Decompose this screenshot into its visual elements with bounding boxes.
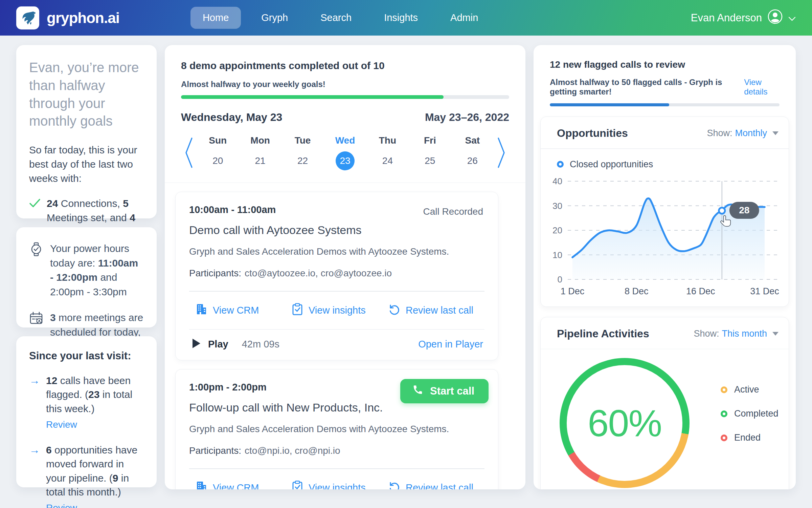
selected-day-label: Wednesday, May 23 bbox=[181, 111, 282, 124]
user-avatar-icon bbox=[767, 9, 783, 27]
arrow-right-icon: → bbox=[29, 442, 40, 508]
svg-text:31 Dec: 31 Dec bbox=[750, 286, 779, 296]
legend-label: Closed opportunities bbox=[570, 159, 653, 170]
show-value: This month bbox=[722, 329, 767, 339]
phone-icon bbox=[412, 384, 423, 398]
day-cell-sun[interactable]: Sun20 bbox=[197, 135, 239, 170]
pipeline-donut-chart[interactable]: 60% bbox=[560, 358, 690, 488]
show-label: Show: bbox=[694, 329, 719, 339]
day-cells: Sun20 Mon21 Tue22 Wed23 Thu24 Fri25 Sat2… bbox=[197, 135, 494, 170]
power-hours-text: Your power hours today are: 11:00am - 12… bbox=[50, 241, 144, 299]
power-hours-item: Your power hours today are: 11:00am - 12… bbox=[29, 241, 144, 299]
user-menu[interactable]: Evan Anderson bbox=[691, 9, 796, 27]
legend-item-active: Active bbox=[721, 384, 779, 395]
day-cell-wed-selected[interactable]: Wed23 bbox=[324, 135, 366, 170]
view-insights-label: View insights bbox=[309, 482, 366, 490]
power-hours-card: Your power hours today are: 11:00am - 12… bbox=[16, 227, 157, 327]
view-crm-button[interactable]: View CRM bbox=[195, 481, 292, 490]
legend-label: Ended bbox=[734, 432, 761, 443]
dashboard-page: Evan, you’re more than halfway through y… bbox=[0, 36, 812, 489]
monthly-goals-card: Evan, you’re more than halfway through y… bbox=[16, 45, 157, 218]
nav-item-gryph[interactable]: Gryph bbox=[249, 7, 300, 29]
svg-text:1 Dec: 1 Dec bbox=[561, 286, 585, 296]
brand-logo-group[interactable]: gryphon.ai bbox=[16, 6, 119, 29]
svg-text:8 Dec: 8 Dec bbox=[625, 286, 649, 296]
svg-text:16 Dec: 16 Dec bbox=[686, 286, 715, 296]
start-call-button[interactable]: Start call bbox=[400, 379, 489, 403]
nav-item-search[interactable]: Search bbox=[308, 7, 364, 29]
pipeline-show-dropdown[interactable]: Show: This month bbox=[694, 329, 779, 339]
opportunities-chart[interactable]: 0102030401 Dec8 Dec16 Dec31 Dec28 bbox=[541, 170, 789, 306]
legend-label: Completed bbox=[734, 408, 779, 419]
appointment-description: Gryph and Sales Acceleration Demos with … bbox=[189, 246, 484, 257]
visit-item-opportunities: → 6 opportunities have moved forward in … bbox=[29, 443, 144, 508]
participants-label: Participants: bbox=[189, 268, 241, 278]
arrow-right-icon: → bbox=[29, 373, 40, 431]
day-cell-fri[interactable]: Fri25 bbox=[409, 135, 451, 170]
building-icon bbox=[195, 303, 207, 318]
participants-row: Participants:cto@aytoozee.io, cro@aytooz… bbox=[189, 268, 484, 279]
top-nav-bar: gryphon.ai Home Gryph Search Insights Ad… bbox=[0, 0, 812, 36]
pipeline-legend: Active Completed Ended bbox=[721, 384, 779, 443]
play-label[interactable]: Play bbox=[208, 339, 228, 350]
pipeline-chart-area: 60% Active Completed bbox=[541, 349, 789, 488]
day-cell-tue[interactable]: Tue22 bbox=[281, 135, 324, 170]
start-call-label: Start call bbox=[430, 385, 474, 397]
center-column: 8 demo appointments completed out of 10 … bbox=[165, 45, 525, 489]
svg-text:30: 30 bbox=[552, 200, 562, 211]
demo-progress-subtitle: Almost halfway to your weekly goals! bbox=[181, 80, 509, 89]
svg-text:20: 20 bbox=[552, 225, 562, 235]
since-last-visit-card: Since your last visit: → 12 calls have b… bbox=[16, 336, 157, 487]
chevron-down-icon bbox=[788, 12, 796, 24]
svg-text:28: 28 bbox=[739, 205, 749, 215]
view-crm-button[interactable]: View CRM bbox=[195, 303, 292, 318]
pipeline-title: Pipeline Activities bbox=[557, 327, 649, 340]
visit-item-text: 6 opportunities have moved forward in yo… bbox=[46, 443, 144, 508]
nav-item-home[interactable]: Home bbox=[190, 7, 241, 29]
appointment-actions: View CRM View insights Review last call bbox=[189, 292, 484, 329]
day-cell-sat[interactable]: Sat26 bbox=[451, 135, 494, 170]
play-button[interactable] bbox=[192, 338, 201, 350]
legend-item-completed: Completed bbox=[721, 408, 779, 419]
flagged-calls-section: 12 new flagged calls to review Almost ha… bbox=[534, 45, 796, 117]
donut-percent-label: 60% bbox=[588, 401, 661, 445]
legend-ring-icon bbox=[721, 435, 727, 441]
gryphon-logo-icon bbox=[16, 6, 39, 29]
view-insights-button[interactable]: View insights bbox=[292, 303, 388, 318]
progress-bar-fill bbox=[181, 95, 444, 99]
view-crm-label: View CRM bbox=[213, 482, 259, 490]
clipboard-check-icon bbox=[292, 303, 303, 318]
visit-review-link[interactable]: Review bbox=[46, 502, 144, 508]
day-cell-mon[interactable]: Mon21 bbox=[239, 135, 281, 170]
carousel-next-button[interactable] bbox=[494, 136, 509, 169]
participants-row: Participants:cto@npi.io, cro@npi.io bbox=[189, 445, 484, 456]
opportunities-show-dropdown[interactable]: Show: Monthly bbox=[707, 128, 779, 139]
review-last-call-label: Review last call bbox=[406, 482, 473, 490]
carousel-prev-button[interactable] bbox=[181, 136, 197, 169]
legend-label: Active bbox=[734, 384, 759, 395]
nav-item-admin[interactable]: Admin bbox=[438, 7, 490, 29]
appointment-card-demo-call: 10:00am - 11:00am Call Recorded Demo cal… bbox=[175, 192, 498, 360]
recording-row: Play 42m 09s Open in Player bbox=[189, 330, 484, 360]
weekly-goal-progress-section: 8 demo appointments completed out of 10 … bbox=[165, 45, 525, 102]
open-in-player-link[interactable]: Open in Player bbox=[418, 339, 483, 350]
view-details-link[interactable]: View details bbox=[744, 78, 780, 97]
view-insights-button[interactable]: View insights bbox=[292, 481, 388, 490]
svg-text:10: 10 bbox=[552, 250, 562, 260]
building-icon bbox=[195, 481, 207, 490]
demo-progress-title: 8 demo appointments completed out of 10 bbox=[181, 60, 509, 71]
opportunities-title: Opportunities bbox=[557, 127, 628, 140]
review-last-call-button[interactable]: Review last call bbox=[388, 303, 484, 318]
visit-review-link[interactable]: Review bbox=[46, 418, 144, 431]
date-range-label: May 23–26, 2022 bbox=[425, 111, 509, 124]
participants-values: cto@npi.io, cro@npi.io bbox=[245, 445, 340, 456]
appointment-description: Gryph and Sales Acceleration Demos with … bbox=[189, 424, 484, 435]
appointments-list: 10:00am - 11:00am Call Recorded Demo cal… bbox=[165, 183, 525, 489]
flagged-progress-fill bbox=[550, 103, 669, 106]
review-last-call-button[interactable]: Review last call bbox=[388, 481, 484, 490]
day-cell-thu[interactable]: Thu24 bbox=[366, 135, 409, 170]
goal-intro: So far today, this is your best day of t… bbox=[29, 143, 144, 186]
nav-item-insights[interactable]: Insights bbox=[372, 7, 430, 29]
show-value: Monthly bbox=[735, 128, 767, 139]
weekly-goal-progress-bar bbox=[181, 95, 509, 99]
